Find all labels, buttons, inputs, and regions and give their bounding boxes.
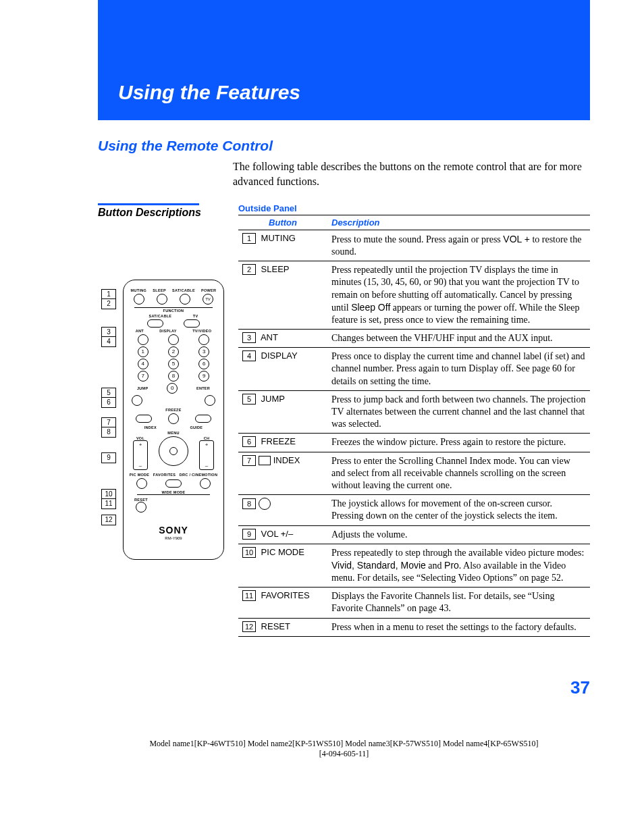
joystick-icon	[259, 498, 271, 510]
satcable-power-button	[180, 294, 190, 305]
footer-docid: [4-094-605-11]	[98, 749, 590, 760]
row-number: 5	[242, 394, 256, 405]
table-row: 10 PIC MODEPress repeatedly to step thro…	[238, 544, 590, 588]
sidebar: Button Descriptions 123456789101112 MUTI…	[98, 203, 226, 560]
tvvideo-button	[198, 334, 209, 345]
function-tv	[184, 319, 200, 328]
row-description: Adjusts the volume.	[327, 525, 590, 544]
sleep-button	[157, 294, 167, 305]
table-row: 5 JUMPPress to jump back and forth betwe…	[238, 390, 590, 434]
side-heading-rule	[98, 203, 199, 205]
function-satcable	[147, 319, 163, 328]
footer: Model name1[KP-46WT510] Model name2[KP-5…	[98, 739, 590, 760]
table-row: 3 ANTChanges between the VHF/UHF input a…	[238, 330, 590, 348]
callout-8: 8	[101, 427, 116, 438]
intro-paragraph: The following table describes the button…	[233, 159, 590, 190]
row-description: Press to enter the Scrolling Channel Ind…	[327, 452, 590, 495]
callout-6: 6	[101, 397, 116, 408]
row-description: Press to jump back and forth between two…	[327, 390, 590, 434]
row-description: Press repeatedly to step through the ava…	[327, 544, 590, 588]
table-row: 11 FAVORITESDisplays the Favorite Channe…	[238, 588, 590, 618]
freeze-right	[195, 415, 211, 423]
enter-button	[205, 395, 215, 406]
row-number: 3	[242, 332, 256, 343]
row-description: Changes between the VHF/UHF input and th…	[327, 330, 590, 348]
muting-button	[134, 294, 144, 305]
footer-models: Model name1[KP-46WT510] Model name2[KP-5…	[98, 739, 590, 750]
reset-button	[136, 502, 146, 513]
row-number: 10	[242, 547, 256, 558]
col-button: Button	[238, 215, 327, 230]
row-description: Freezes the window picture. Press again …	[327, 434, 590, 452]
table-row: 1 MUTINGPress to mute the sound. Press a…	[238, 230, 590, 261]
callout-4: 4	[101, 336, 116, 347]
callout-9: 9	[101, 452, 116, 463]
table-row: 7 INDEXPress to enter the Scrolling Chan…	[238, 452, 590, 495]
joystick	[159, 436, 188, 466]
tv-power-button: TV	[203, 294, 213, 305]
section-title: Using the Remote Control	[98, 138, 590, 154]
brand-logo: SONY	[128, 525, 219, 536]
row-number: 12	[242, 621, 256, 632]
row-number: 2	[242, 264, 256, 275]
row-number: 7	[242, 455, 256, 466]
callout-12: 12	[101, 515, 116, 525]
table-row: 8The joystick allows for movement of the…	[238, 495, 590, 525]
row-description: Press repeatedly until the projection TV…	[327, 261, 590, 330]
col-description: Description	[327, 215, 590, 230]
freeze-left	[136, 415, 152, 423]
row-description: Press to mute the sound. Press again or …	[327, 230, 590, 261]
row-description: The joystick allows for movement of the …	[327, 495, 590, 525]
ant-button	[138, 334, 149, 345]
row-number: 6	[242, 436, 256, 447]
row-number: 8	[242, 498, 256, 509]
table-row: 6 FREEZEFreezes the window picture. Pres…	[238, 434, 590, 452]
remote-body: MUTING SLEEP SAT/CABLE POWER TV FUNCTION	[123, 280, 224, 560]
callout-2: 2	[101, 298, 116, 309]
page-number: 37	[98, 677, 590, 698]
page: Using the Features Using the Remote Cont…	[0, 0, 644, 787]
index-icon	[259, 456, 271, 465]
display-button	[168, 334, 179, 345]
table-row: 12 RESETPress when in a menu to reset th…	[238, 618, 590, 636]
row-description: Displays the Favorite Channels list. For…	[327, 588, 590, 618]
button-description-table: Button Description 1 MUTINGPress to mute…	[238, 215, 590, 637]
freeze-button	[168, 413, 179, 424]
row-description: Press once to display the current time a…	[327, 348, 590, 391]
two-column-layout: Button Descriptions 123456789101112 MUTI…	[98, 203, 590, 637]
table-row: 2 SLEEPPress repeatedly until the projec…	[238, 261, 590, 330]
remote-diagram: 123456789101112 MUTING SLEEP SAT/CABLE P…	[98, 280, 226, 560]
jump-button	[132, 395, 142, 406]
row-number: 1	[242, 233, 256, 244]
table-row: 9 VOL +/–Adjusts the volume.	[238, 525, 590, 544]
row-number: 11	[242, 590, 256, 601]
model-number: RM-Y909	[128, 536, 219, 540]
side-heading: Button Descriptions	[98, 207, 226, 219]
content: Outside Panel Button Description 1 MUTIN…	[238, 203, 590, 637]
row-number: 9	[242, 529, 256, 540]
callout-11: 11	[101, 498, 116, 509]
row-description: Press when in a menu to reset the settin…	[327, 618, 590, 636]
favorites-button	[165, 479, 182, 488]
table-title: Outside Panel	[238, 203, 590, 213]
row-number: 4	[242, 350, 256, 361]
chapter-banner: Using the Features	[98, 0, 590, 120]
table-row: 4 DISPLAYPress once to display the curre…	[238, 348, 590, 391]
